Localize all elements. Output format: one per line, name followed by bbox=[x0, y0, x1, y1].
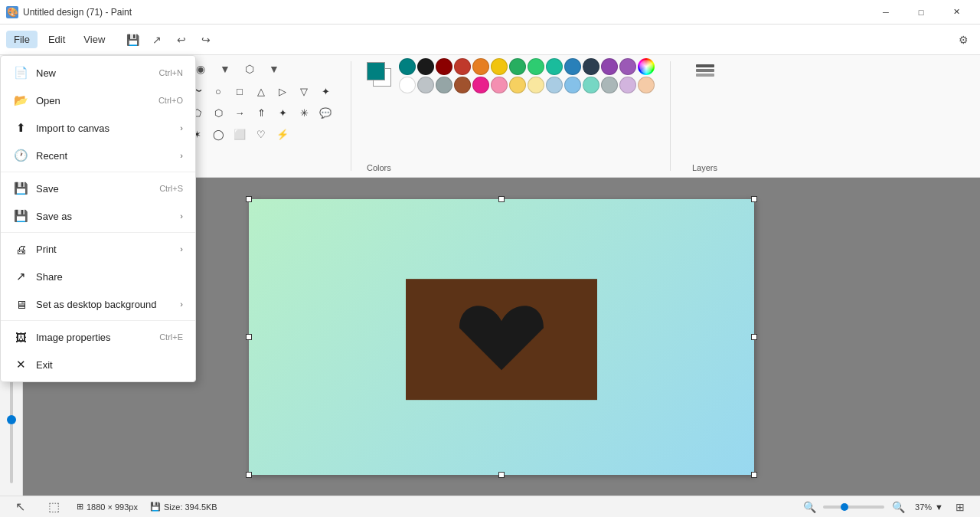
divider-menu-2 bbox=[1, 232, 195, 233]
save-shortcut: Ctrl+S bbox=[159, 184, 183, 193]
new-icon: 📄 bbox=[13, 65, 28, 80]
file-menu: 📄 New Ctrl+N 📂 Open Ctrl+O ⬆ Import to c… bbox=[0, 55, 196, 382]
divider-menu-1 bbox=[1, 172, 195, 172]
saveas-arrow: › bbox=[180, 211, 183, 221]
print-icon: 🖨 bbox=[13, 241, 28, 257]
saveas-icon: 💾 bbox=[13, 208, 28, 224]
saveas-label: Save as bbox=[36, 211, 172, 222]
menu-import[interactable]: ⬆ Import to canvas › bbox=[1, 114, 195, 142]
menu-open[interactable]: 📂 Open Ctrl+O bbox=[1, 87, 195, 114]
desktop-arrow: › bbox=[180, 299, 183, 309]
menu-new[interactable]: 📄 New Ctrl+N bbox=[1, 59, 195, 87]
menu-print[interactable]: 🖨 Print › bbox=[1, 235, 195, 263]
desktop-icon: 🖥 bbox=[13, 296, 28, 312]
new-label: New bbox=[36, 67, 152, 79]
save-label: Save bbox=[36, 183, 152, 195]
props-shortcut: Ctrl+E bbox=[159, 332, 183, 342]
print-label: Print bbox=[36, 244, 172, 255]
open-icon: 📂 bbox=[13, 93, 28, 108]
share-label: Share bbox=[36, 271, 183, 283]
recent-label: Recent bbox=[36, 150, 172, 162]
menu-exit[interactable]: ✕ Exit bbox=[1, 351, 195, 378]
props-label: Image properties bbox=[36, 332, 152, 343]
menu-overlay[interactable]: 📄 New Ctrl+N 📂 Open Ctrl+O ⬆ Import to c… bbox=[0, 0, 980, 517]
menu-image-props[interactable]: 🖼 Image properties Ctrl+E bbox=[1, 323, 195, 351]
recent-icon: 🕐 bbox=[13, 148, 28, 163]
exit-label: Exit bbox=[36, 359, 183, 371]
print-arrow: › bbox=[180, 244, 183, 254]
menu-desktop-bg[interactable]: 🖥 Set as desktop background › bbox=[1, 290, 195, 318]
import-label: Import to canvas bbox=[36, 123, 172, 134]
exit-icon: ✕ bbox=[13, 357, 28, 372]
menu-recent[interactable]: 🕐 Recent › bbox=[1, 142, 195, 169]
import-icon: ⬆ bbox=[13, 120, 28, 136]
open-label: Open bbox=[36, 95, 151, 106]
desktop-label: Set as desktop background bbox=[36, 299, 172, 310]
import-arrow: › bbox=[180, 123, 183, 133]
share-icon: ↗ bbox=[13, 269, 28, 284]
new-shortcut: Ctrl+N bbox=[159, 68, 183, 77]
recent-arrow: › bbox=[180, 151, 183, 160]
open-shortcut: Ctrl+O bbox=[158, 96, 183, 105]
menu-saveas[interactable]: 💾 Save as › bbox=[1, 202, 195, 230]
divider-menu-3 bbox=[1, 320, 195, 321]
props-icon: 🖼 bbox=[13, 329, 28, 345]
save-icon: 💾 bbox=[13, 181, 28, 196]
menu-share[interactable]: ↗ Share bbox=[1, 263, 195, 290]
menu-save[interactable]: 💾 Save Ctrl+S bbox=[1, 175, 195, 202]
